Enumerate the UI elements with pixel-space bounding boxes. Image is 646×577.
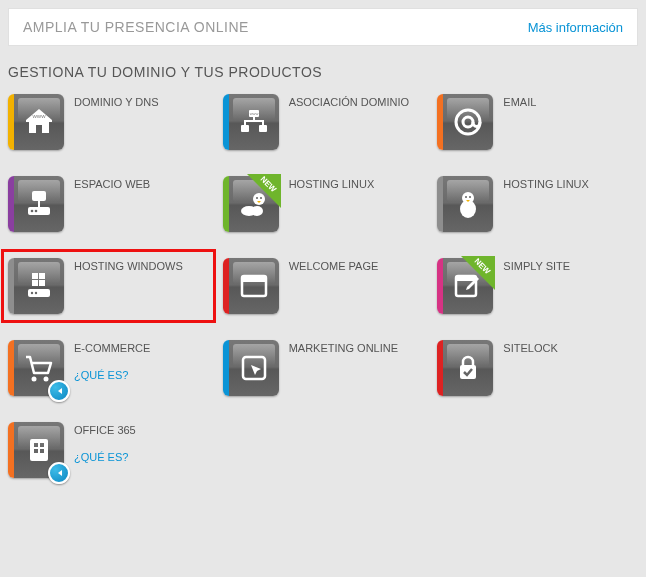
house-icon [22,105,56,139]
product-label: ASOCIACIÓN DOMINIO [289,96,409,109]
product-item[interactable]: E-COMMERCE¿QUÉ ES? [8,340,209,396]
tile-face [229,94,279,150]
what-is-link[interactable]: ¿QUÉ ES? [74,369,150,381]
label-column: HOSTING WINDOWS [74,258,183,273]
label-column: E-COMMERCE¿QUÉ ES? [74,340,150,381]
product-label: HOSTING LINUX [289,178,375,191]
cart-icon [22,351,56,385]
product-item[interactable]: HOSTING WINDOWS [1,249,216,323]
windows-server-tile[interactable] [8,258,64,314]
network-icon [237,105,271,139]
product-label: SIMPLY SITE [503,260,570,273]
promo-banner: AMPLIA TU PRESENCIA ONLINE Más informaci… [8,8,638,46]
product-label: ESPACIO WEB [74,178,150,191]
webspace-tile[interactable] [8,176,64,232]
office-icon [22,433,56,467]
label-column: WELCOME PAGE [289,258,379,273]
product-label: WELCOME PAGE [289,260,379,273]
cart-tile[interactable] [8,340,64,396]
product-item[interactable]: NEWSIMPLY SITE [437,258,638,314]
product-item[interactable]: NEWHOSTING LINUX [223,176,424,232]
tile-face [443,340,493,396]
label-column: ESPACIO WEB [74,176,150,191]
tile-face [443,176,493,232]
banner-title: AMPLIA TU PRESENCIA ONLINE [23,19,249,35]
at-icon [451,105,485,139]
label-column: MARKETING ONLINE [289,340,398,355]
info-badge-icon[interactable] [48,380,70,402]
product-item[interactable]: MARKETING ONLINE [223,340,424,396]
tile-face [14,176,64,232]
webspace-icon [22,187,56,221]
penguin-cloud-tile[interactable]: NEW [223,176,279,232]
product-label: HOSTING WINDOWS [74,260,183,273]
product-label: HOSTING LINUX [503,178,589,191]
accent-stripe [223,340,229,396]
network-tile[interactable] [223,94,279,150]
label-column: SITELOCK [503,340,557,355]
product-item[interactable]: ESPACIO WEB [8,176,209,232]
tile-face [14,258,64,314]
browser-tile[interactable] [223,258,279,314]
tile-face [229,340,279,396]
browser-icon [237,269,271,303]
product-item[interactable]: ASOCIACIÓN DOMINIO [223,94,424,150]
penguin-icon [451,187,485,221]
product-label: MARKETING ONLINE [289,342,398,355]
product-label: E-COMMERCE [74,342,150,355]
windows-server-icon [22,269,56,303]
cursor-frame-icon [237,351,271,385]
new-badge-icon: NEW [461,256,495,290]
accent-stripe [223,176,229,232]
accent-stripe [223,94,229,150]
cursor-frame-tile[interactable] [223,340,279,396]
label-column: EMAIL [503,94,536,109]
product-item[interactable]: HOSTING LINUX [437,176,638,232]
label-column: DOMINIO Y DNS [74,94,159,109]
label-column: HOSTING LINUX [503,176,589,191]
label-column: SIMPLY SITE [503,258,570,273]
section-title: GESTIONA TU DOMINIO Y TUS PRODUCTOS [8,64,638,80]
tile-face [229,258,279,314]
product-item[interactable]: WELCOME PAGE [223,258,424,314]
label-column: ASOCIACIÓN DOMINIO [289,94,409,109]
house-tile[interactable] [8,94,64,150]
product-label: OFFICE 365 [74,424,136,437]
lock-check-tile[interactable] [437,340,493,396]
at-tile[interactable] [437,94,493,150]
product-item[interactable]: OFFICE 365¿QUÉ ES? [8,422,209,478]
accent-stripe [223,258,229,314]
lock-check-icon [451,351,485,385]
more-info-link[interactable]: Más información [528,20,623,35]
new-badge-icon: NEW [247,174,281,208]
edit-page-tile[interactable]: NEW [437,258,493,314]
product-grid: DOMINIO Y DNSASOCIACIÓN DOMINIOEMAILESPA… [8,94,638,478]
penguin-tile[interactable] [437,176,493,232]
product-item[interactable]: EMAIL [437,94,638,150]
product-item[interactable]: SITELOCK [437,340,638,396]
what-is-link[interactable]: ¿QUÉ ES? [74,451,136,463]
tile-face [443,94,493,150]
label-column: HOSTING LINUX [289,176,375,191]
info-badge-icon[interactable] [48,462,70,484]
label-column: OFFICE 365¿QUÉ ES? [74,422,136,463]
product-item[interactable]: DOMINIO Y DNS [8,94,209,150]
office-tile[interactable] [8,422,64,478]
product-label: DOMINIO Y DNS [74,96,159,109]
product-label: SITELOCK [503,342,557,355]
tile-face [14,94,64,150]
product-label: EMAIL [503,96,536,109]
